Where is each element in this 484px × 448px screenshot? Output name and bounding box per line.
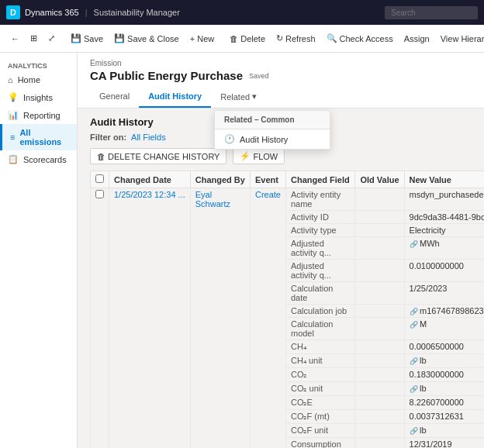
tab-general-label: General: [99, 91, 130, 101]
select-all-checkbox[interactable]: [95, 174, 104, 183]
old-value-cell: [355, 368, 404, 382]
old-value-cell: [355, 396, 404, 410]
chevron-down-icon: ▾: [252, 91, 257, 102]
breadcrumb: Emission: [90, 59, 472, 67]
delete-change-history-button[interactable]: 🗑 DELETE CHANGE HISTORY: [90, 148, 226, 164]
new-value-text: lb: [420, 384, 427, 393]
page-header: Emission CA Public Energy Purchase Saved…: [78, 53, 484, 109]
page-title: CA Public Energy Purchase: [90, 69, 243, 82]
dropdown-item-audit-history[interactable]: 🕐 Audit History: [215, 129, 330, 149]
link-icon: 🔗: [410, 308, 420, 315]
new-value-cell: 0.0037312631: [404, 410, 484, 424]
new-value-cell: 1/25/2023: [404, 282, 484, 305]
col-new-value: New Value: [404, 171, 484, 188]
old-value-cell: [355, 424, 404, 438]
changed-field-cell: Calculation job: [285, 305, 354, 318]
sidebar-item-scorecards-label: Scorecards: [23, 155, 67, 164]
old-value-cell: [355, 282, 404, 305]
sidebar-item-insights[interactable]: 💡 Insights: [0, 88, 77, 106]
expand-button[interactable]: ⤢: [43, 30, 60, 47]
changed-field-cell: Activity type: [285, 224, 354, 237]
new-value-text: M: [420, 319, 427, 329]
sidebar-item-home[interactable]: ⌂ Home: [0, 71, 77, 88]
link-icon: 🔗: [410, 427, 420, 435]
flow-action-button[interactable]: ⚡ FLOW: [233, 148, 285, 164]
nav-separator: |: [85, 8, 88, 17]
global-search-input[interactable]: [385, 6, 478, 19]
assign-button[interactable]: Assign: [399, 31, 434, 47]
changed-field-cell: CH₄: [285, 340, 354, 354]
save-icon: 💾: [71, 33, 81, 43]
save-close-icon: 💾: [114, 33, 125, 43]
audit-content: Audit History Filter on: All Fields 🗑 DE…: [78, 109, 484, 448]
col-checkbox: [91, 171, 109, 188]
app-logo[interactable]: D Dynamics 365 | Sustainability Manager: [6, 5, 180, 19]
tab-general[interactable]: General: [90, 87, 139, 108]
new-button[interactable]: + New: [185, 31, 220, 47]
changed-field-cell: CO₂ unit: [285, 382, 354, 396]
delete-change-label: DELETE CHANGE HISTORY: [108, 152, 220, 161]
check-access-icon: 🔍: [327, 33, 337, 43]
tab-audit-history[interactable]: Audit History: [139, 87, 211, 108]
changed-by-cell[interactable]: Eyal Schwartz: [190, 188, 250, 449]
new-value-cell: Electricity: [404, 224, 484, 237]
flow-icon: ⚡: [240, 151, 251, 161]
filter-label: Filter on:: [90, 133, 126, 142]
view-hierarchy-button[interactable]: View Hierarchy: [436, 31, 484, 47]
new-value-cell: 0.0006500000: [404, 340, 484, 354]
old-value-cell: [355, 318, 404, 340]
old-value-cell: [355, 340, 404, 354]
new-value-text: lb: [420, 356, 427, 365]
old-value-cell: [355, 237, 404, 260]
changed-field-cell: Adjusted activity q...: [285, 237, 354, 260]
sidebar-item-reporting[interactable]: 📊 Reporting: [0, 106, 77, 124]
sidebar-item-all-emissions[interactable]: ≡ All emissions: [0, 124, 77, 150]
content-area: Emission CA Public Energy Purchase Saved…: [78, 53, 484, 448]
new-value-cell: 🔗 MWh: [404, 237, 484, 260]
col-changed-date: Changed Date: [109, 171, 191, 188]
col-changed-field: Changed Field: [285, 171, 354, 188]
save-button[interactable]: 💾 Save: [66, 30, 108, 47]
new-value-text: m16746789862358: [420, 306, 484, 315]
old-value-cell: [355, 211, 404, 224]
new-value-cell: 12/31/2019: [404, 438, 484, 449]
sidebar-item-scorecards[interactable]: 📋 Scorecards: [0, 150, 77, 168]
changed-date-cell[interactable]: 1/25/2023 12:34 ...: [109, 188, 191, 449]
tab-related[interactable]: Related ▾: [211, 87, 266, 108]
changed-field-cell: CO₂E: [285, 396, 354, 410]
sidebar-section-title: Analytics: [0, 59, 77, 71]
new-value-cell: 🔗 M: [404, 318, 484, 340]
back-button[interactable]: ←: [6, 31, 24, 47]
save-close-button[interactable]: 💾 Save & Close: [109, 30, 184, 47]
audit-table: Changed Date Changed By Event Changed Fi…: [90, 171, 484, 448]
changed-field-cell: CO₂F unit: [285, 424, 354, 438]
link-icon: 🔗: [410, 385, 420, 393]
changed-field-cell: Adjusted activity q...: [285, 260, 354, 282]
tab-related-wrapper: Related ▾: [220, 91, 257, 102]
changed-field-cell: Consumption end ...: [285, 438, 354, 449]
refresh-icon: ↻: [276, 33, 283, 43]
clock-icon: 🕐: [224, 134, 235, 144]
home-icon: ⌂: [8, 75, 13, 84]
toolbar: ← ⊞ ⤢ 💾 Save 💾 Save & Close + New 🗑 Dele…: [0, 25, 484, 53]
old-value-cell: [355, 438, 404, 449]
col-changed-by: Changed By: [190, 171, 250, 188]
old-value-cell: [355, 305, 404, 318]
dynamics-icon: D: [6, 5, 20, 19]
back-icon: ←: [11, 34, 19, 43]
grid-view-button[interactable]: ⊞: [26, 30, 42, 47]
main-layout: Analytics ⌂ Home 💡 Insights 📊 Reporting …: [0, 53, 484, 448]
top-nav-bar: D Dynamics 365 | Sustainability Manager: [0, 0, 484, 25]
row-checkbox[interactable]: [95, 190, 104, 198]
new-value-cell: 🔗 lb: [404, 382, 484, 396]
delete-change-icon: 🗑: [97, 152, 105, 161]
filter-value[interactable]: All Fields: [131, 133, 166, 142]
tab-related-label: Related: [220, 92, 250, 102]
old-value-cell: [355, 382, 404, 396]
refresh-button[interactable]: ↻ Refresh: [271, 30, 320, 47]
related-dropdown-panel: Related – Common 🕐 Audit History: [214, 110, 330, 150]
delete-button[interactable]: 🗑 Delete: [225, 31, 270, 47]
event-cell[interactable]: Create: [250, 188, 285, 449]
all-emissions-icon: ≡: [10, 133, 15, 142]
check-access-button[interactable]: 🔍 Check Access: [322, 30, 398, 47]
